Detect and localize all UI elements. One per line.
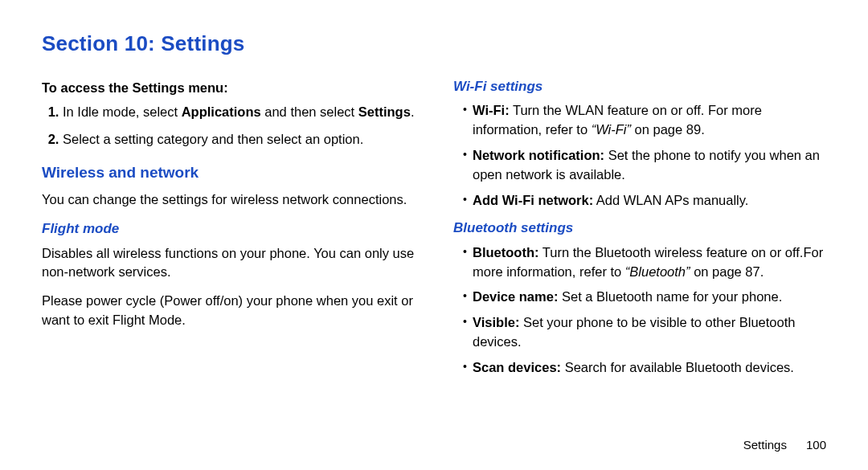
wifi-post: on page 89. — [631, 122, 705, 137]
flight-mode-p2: Please power cycle (Power off/on) your p… — [42, 292, 415, 330]
step-1-post: . — [411, 104, 415, 119]
access-steps-list: In Idle mode, select Applications and th… — [42, 103, 415, 149]
wifi-ref: “Wi-Fi” — [592, 122, 631, 137]
access-heading: To access the Settings menu: — [42, 79, 415, 98]
device-name-label: Device name: — [473, 289, 558, 304]
page-footer: Settings100 — [743, 436, 826, 454]
wireless-body: You can change the settings for wireless… — [42, 190, 415, 210]
bt-bullet-visible: Visible: Set your phone to be visible to… — [463, 313, 826, 352]
bluetooth-post: on page 87. — [690, 264, 764, 279]
right-column: Wi-Fi settings Wi-Fi: Turn the WLAN feat… — [453, 77, 826, 384]
footer-label: Settings — [743, 438, 787, 452]
step-1-applications: Applications — [182, 104, 261, 119]
visible-label: Visible: — [473, 315, 519, 329]
wifi-bullet-wifi: Wi-Fi: Turn the WLAN feature on or off. … — [463, 101, 826, 140]
device-name-text: Set a Bluetooth name for your phone. — [558, 289, 782, 304]
scan-devices-label: Scan devices: — [473, 360, 561, 374]
step-1-body: In Idle mode, select Applications and th… — [63, 104, 414, 119]
document-page: Section 10: Settings To access the Setti… — [0, 0, 868, 470]
two-column-layout: To access the Settings menu: In Idle mod… — [42, 77, 826, 384]
bluetooth-label: Bluetooth: — [473, 245, 538, 260]
wireless-heading: Wireless and network — [42, 161, 415, 184]
step-1-settings: Settings — [358, 104, 411, 119]
step-1-pre: In Idle mode, select — [63, 104, 182, 119]
wifi-label: Wi-Fi: — [473, 103, 510, 117]
step-2: Select a setting category and then selec… — [63, 130, 415, 149]
step-1: In Idle mode, select Applications and th… — [63, 103, 415, 122]
bluetooth-ref: “Bluetooth” — [625, 264, 690, 279]
flight-mode-heading: Flight mode — [42, 219, 415, 239]
wifi-bullets: Wi-Fi: Turn the WLAN feature on or off. … — [453, 101, 826, 210]
visible-text: Set your phone to be visible to other Bl… — [473, 315, 795, 349]
left-column: To access the Settings menu: In Idle mod… — [42, 77, 415, 384]
bt-bullet-device-name: Device name: Set a Bluetooth name for yo… — [463, 288, 826, 307]
wifi-settings-heading: Wi-Fi settings — [453, 77, 826, 97]
network-notification-label: Network notification: — [473, 148, 604, 162]
step-2-body: Select a setting category and then selec… — [63, 132, 363, 146]
section-title: Section 10: Settings — [42, 29, 826, 59]
add-wifi-label: Add Wi-Fi network: — [473, 193, 593, 207]
flight-mode-p1: Disables all wireless functions on your … — [42, 244, 415, 283]
bluetooth-settings-heading: Bluetooth settings — [453, 219, 826, 239]
bt-bullet-scan-devices: Scan devices: Search for available Bluet… — [463, 358, 826, 378]
step-1-mid: and then select — [261, 104, 358, 119]
wifi-bullet-add-wifi: Add Wi-Fi network: Add WLAN APs manually… — [463, 191, 826, 210]
page-number: 100 — [806, 438, 826, 452]
add-wifi-text: Add WLAN APs manually. — [593, 193, 748, 207]
scan-devices-text: Search for available Bluetooth devices. — [561, 360, 794, 374]
bt-bullet-bluetooth: Bluetooth: Turn the Bluetooth wireless f… — [463, 243, 826, 282]
wifi-bullet-network-notification: Network notification: Set the phone to n… — [463, 146, 826, 185]
bluetooth-bullets: Bluetooth: Turn the Bluetooth wireless f… — [453, 243, 826, 378]
